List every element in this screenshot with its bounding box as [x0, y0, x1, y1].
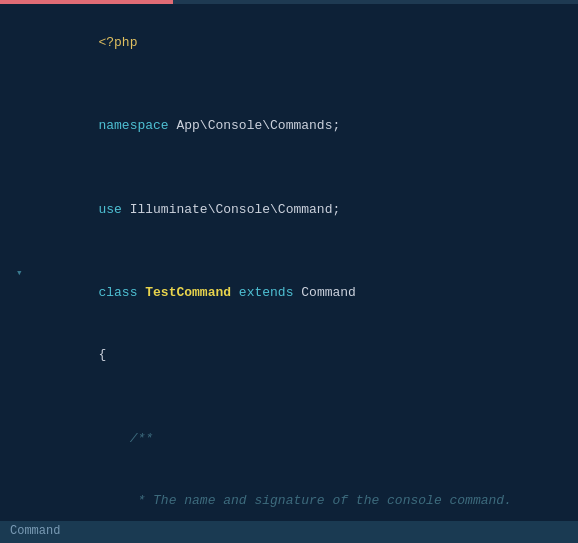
- open-brace: {: [98, 347, 106, 362]
- bottom-label: Command: [10, 522, 60, 541]
- keyword-class: class: [98, 285, 137, 300]
- code-editor: <?php namespace App\Console\Commands; us…: [0, 0, 578, 543]
- code-line-8: {: [14, 325, 578, 387]
- code-line-10: /**: [14, 408, 578, 470]
- fold-icon[interactable]: ▾: [16, 265, 23, 283]
- line-code: namespace App\Console\Commands;: [32, 95, 578, 157]
- code-line-7: ▾ class TestCommand extends Command: [14, 262, 578, 324]
- line-code: {: [32, 325, 578, 387]
- line-code: /**: [32, 408, 578, 470]
- php-tag: <?php: [98, 35, 137, 50]
- doc-comment-text: * The name and signature of the console …: [98, 493, 511, 508]
- line-code: [32, 241, 578, 262]
- code-line-blank-1: [14, 74, 578, 95]
- class-ref: Command: [293, 285, 355, 300]
- bottom-bar: Command: [0, 521, 578, 543]
- doc-comment-open: /**: [98, 431, 153, 446]
- class-name: TestCommand: [137, 285, 231, 300]
- line-code: <?php: [32, 12, 578, 74]
- line-code: use Illuminate\Console\Command;: [32, 179, 578, 241]
- code-line-blank-3: [14, 241, 578, 262]
- code-line-1: <?php: [14, 12, 578, 74]
- namespace-value: App\Console\Commands;: [169, 118, 341, 133]
- code-line-3: namespace App\Console\Commands;: [14, 95, 578, 157]
- code-content: <?php namespace App\Console\Commands; us…: [0, 4, 578, 543]
- line-code: [32, 158, 578, 179]
- keyword-extends: extends: [231, 285, 293, 300]
- keyword-namespace: namespace: [98, 118, 168, 133]
- line-code: class TestCommand extends Command: [32, 262, 578, 324]
- use-value: Illuminate\Console\Command;: [122, 202, 340, 217]
- line-code: [32, 387, 578, 408]
- code-line-5: use Illuminate\Console\Command;: [14, 179, 578, 241]
- code-line-blank-4: [14, 387, 578, 408]
- code-line-blank-2: [14, 158, 578, 179]
- line-code: [32, 74, 578, 95]
- keyword-use: use: [98, 202, 121, 217]
